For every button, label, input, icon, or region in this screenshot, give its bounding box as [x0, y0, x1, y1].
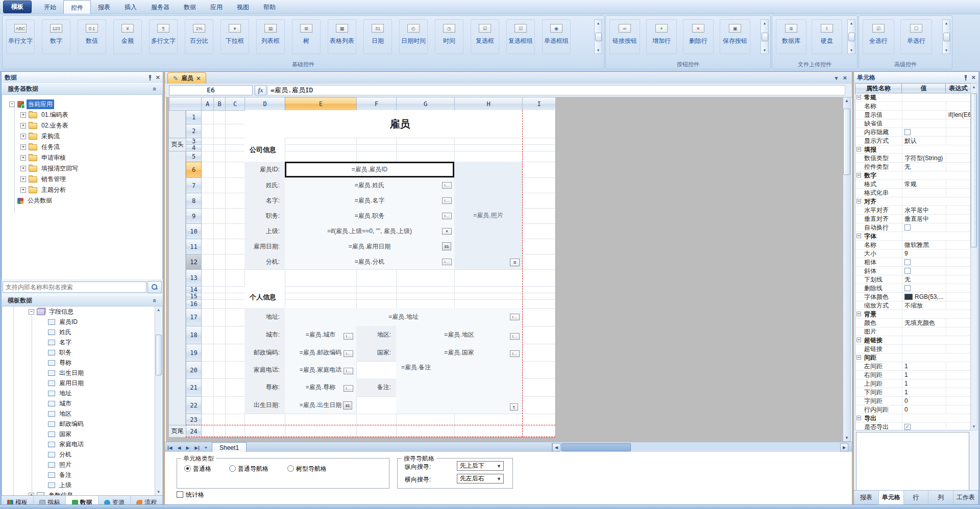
- ribbon-button[interactable]: ▤列表框: [256, 19, 285, 54]
- radio-icon[interactable]: [229, 465, 236, 472]
- formula-cell[interactable]: =雇员.国家: [396, 344, 522, 361]
- column-header-E[interactable]: E: [285, 97, 357, 111]
- scroll-down-icon[interactable]: [763, 48, 767, 52]
- menu-tab[interactable]: 帮助: [256, 0, 283, 14]
- notes-formula-cell[interactable]: =雇员.备注: [396, 361, 522, 414]
- tree-item[interactable]: 城市: [2, 398, 162, 409]
- collapse-icon[interactable]: «: [151, 87, 159, 91]
- panel-tab[interactable]: 行: [904, 491, 929, 504]
- tree-toggle-icon[interactable]: +: [20, 176, 26, 182]
- label-cell[interactable]: 雇员ID:: [244, 162, 285, 177]
- row-header-16[interactable]: 16: [186, 299, 202, 309]
- property-row[interactable]: 内容隐藏: [855, 128, 971, 137]
- label-cell[interactable]: 地址:: [244, 308, 285, 326]
- property-row[interactable]: 超链接: [855, 345, 971, 353]
- scroll-thumb[interactable]: [843, 109, 850, 175]
- property-row[interactable]: 图片: [855, 327, 971, 336]
- property-row[interactable]: 字间距 0: [855, 397, 971, 405]
- property-row[interactable]: 粗体: [855, 258, 971, 267]
- sheet-vertical-scrollbar[interactable]: [843, 97, 851, 442]
- formula-cell[interactable]: =雇员.姓氏: [285, 177, 454, 193]
- textbox-widget-icon[interactable]: I…: [442, 182, 452, 189]
- ribbon-button[interactable]: ▣保存按钮: [720, 19, 750, 54]
- scroll-thumb[interactable]: [971, 93, 977, 247]
- textbox-widget-icon[interactable]: I…: [442, 259, 452, 265]
- tree-toggle-icon[interactable]: −: [9, 101, 15, 107]
- formula-cell[interactable]: =雇员.分机: [285, 254, 454, 269]
- tree-item[interactable]: +参数信息: [2, 490, 162, 495]
- label-cell[interactable]: 上级:: [244, 223, 285, 239]
- row-header-18[interactable]: 18: [186, 326, 202, 344]
- sheet-nav-icon[interactable]: ▶: [183, 445, 192, 450]
- scroll-down-icon[interactable]: [972, 424, 976, 429]
- property-row[interactable]: 超链接: [855, 336, 971, 345]
- property-row[interactable]: 是否导出: [855, 423, 971, 430]
- label-cell[interactable]: 尊称:: [244, 378, 285, 396]
- ribbon-button[interactable]: 1%百分比: [185, 19, 213, 54]
- scroll-up-icon[interactable]: [157, 308, 161, 312]
- group-toggle-icon[interactable]: [856, 147, 861, 151]
- textbox-widget-icon[interactable]: I…: [510, 314, 520, 320]
- radio-normal-cell[interactable]: 普通格: [184, 465, 211, 473]
- ribbon-button[interactable]: ◴日期时间: [399, 19, 428, 54]
- tree-item[interactable]: 地址: [2, 388, 162, 398]
- tree-item[interactable]: −字段信息: [2, 307, 162, 317]
- row-header-11[interactable]: 11: [186, 239, 202, 254]
- close-tab-icon[interactable]: ×: [197, 76, 201, 81]
- label-cell[interactable]: 出生日期:: [244, 396, 285, 414]
- radio-icon[interactable]: [287, 465, 294, 472]
- checkbox-icon[interactable]: [177, 491, 183, 498]
- scroll-up-icon[interactable]: [850, 21, 853, 25]
- tree-toggle-icon[interactable]: +: [20, 166, 26, 171]
- formula-cell[interactable]: =雇员.名字: [285, 193, 454, 208]
- sheet-nav-icon[interactable]: ▶|: [192, 445, 202, 450]
- row-header-21[interactable]: 21: [186, 378, 202, 397]
- scroll-thumb[interactable]: [943, 33, 950, 41]
- property-row[interactable]: 字体颜色 RGB(53,...: [855, 293, 971, 301]
- row-header-12[interactable]: 12: [186, 254, 202, 270]
- pin-icon[interactable]: [963, 74, 968, 81]
- menu-tab[interactable]: 开始: [37, 0, 63, 14]
- function-icon[interactable]: fx: [255, 85, 266, 95]
- textbox-widget-icon[interactable]: I…: [510, 350, 520, 357]
- ribbon-button[interactable]: 31日期: [363, 19, 392, 54]
- tree-toggle-icon[interactable]: +: [20, 144, 26, 150]
- row-header-19[interactable]: 19: [186, 344, 202, 362]
- tree-item[interactable]: +申请审核: [2, 152, 162, 163]
- stats-cell-checkbox[interactable]: 统计格: [177, 491, 204, 499]
- radio-nav-cell[interactable]: 普通导航格: [229, 465, 268, 473]
- document-tab[interactable]: ✎雇员×: [167, 72, 206, 84]
- label-cell[interactable]: 邮政编码:: [244, 344, 285, 361]
- textbox-widget-icon[interactable]: I…: [510, 333, 520, 340]
- column-header-D[interactable]: D: [244, 97, 285, 111]
- group-scrollbar[interactable]: [594, 19, 602, 54]
- pin-icon[interactable]: [148, 74, 153, 81]
- corner-header[interactable]: [169, 97, 202, 111]
- tree-item[interactable]: +填报清空回写: [2, 163, 162, 174]
- tree-item[interactable]: 照片: [2, 460, 162, 470]
- scroll-up-icon[interactable]: [597, 21, 600, 25]
- tree-item[interactable]: 尊称: [2, 358, 162, 368]
- tab-list-icon[interactable]: ▾: [835, 74, 838, 82]
- ribbon-button[interactable]: 0.1数值: [78, 19, 106, 54]
- tree-item[interactable]: 公共数据: [2, 195, 162, 206]
- menu-tab[interactable]: 控件: [63, 0, 91, 14]
- label-cell[interactable]: 分机:: [244, 254, 285, 269]
- label-cell[interactable]: 职务:: [244, 208, 285, 223]
- property-control-icon[interactable]: [904, 259, 911, 265]
- scroll-thumb[interactable]: [848, 33, 855, 41]
- property-control-icon[interactable]: [904, 294, 913, 300]
- tree-toggle-icon[interactable]: +: [20, 155, 26, 161]
- group-scrollbar[interactable]: [761, 19, 769, 54]
- page-header-band-label[interactable]: 页头: [169, 138, 186, 151]
- property-row[interactable]: 常规: [855, 93, 971, 102]
- row-header-22[interactable]: 22: [186, 396, 202, 414]
- group-scrollbar[interactable]: [942, 19, 950, 54]
- panel-tab[interactable]: 列: [928, 491, 953, 504]
- tree-item[interactable]: +02.业务表: [2, 120, 162, 131]
- scroll-thumb[interactable]: [762, 33, 768, 41]
- tree-toggle-icon[interactable]: +: [20, 134, 26, 139]
- row-header-4[interactable]: 4: [186, 144, 202, 151]
- radio-icon[interactable]: [184, 465, 191, 472]
- row-header-6[interactable]: 6: [186, 162, 202, 178]
